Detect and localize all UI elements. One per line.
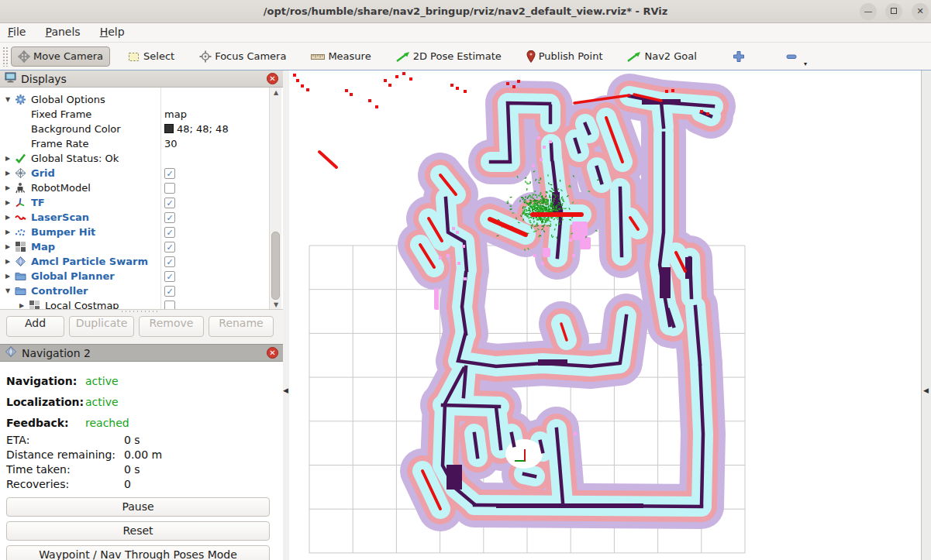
restore-icon	[891, 8, 897, 14]
display-row-global-planner[interactable]: ▶ Global Planner ✓	[0, 269, 267, 283]
global-planner-checkbox[interactable]: ✓	[164, 271, 175, 282]
status-value: active	[85, 396, 119, 408]
bumper-hit-checkbox[interactable]: ✓	[164, 227, 175, 238]
property-row-frame-rate[interactable]: Frame Rate 30	[0, 136, 267, 151]
display-row-robotmodel[interactable]: ▶ RobotModel	[0, 180, 267, 195]
property-row-background-color[interactable]: Background Color 48; 48; 48	[0, 122, 267, 136]
minus-icon	[785, 50, 798, 63]
nav2-close-button[interactable]: ✕	[267, 347, 278, 359]
tool-2d-pose-estimate[interactable]: 2D Pose Estimate	[389, 46, 509, 67]
plus-icon	[733, 50, 745, 63]
rename-button[interactable]: Rename	[209, 316, 274, 337]
expander-icon[interactable]: ▶	[3, 184, 12, 191]
add-button[interactable]: Add	[6, 316, 64, 337]
window-title: /opt/ros/humble/share/nav2_bringup/rviz/…	[0, 0, 931, 23]
tool-move-camera[interactable]: Move Camera	[11, 46, 110, 67]
expander-icon[interactable]: ▶	[3, 170, 12, 177]
display-row-local-costmap[interactable]: ▶ Local Costmap	[0, 298, 267, 310]
3d-viewport[interactable]	[289, 70, 921, 560]
costmap-view	[289, 70, 921, 560]
scroll-down-icon[interactable]: ▼	[270, 301, 282, 308]
nav-status-row: Localization:active	[6, 396, 84, 408]
tool-nav2-goal[interactable]: Nav2 Goal	[620, 46, 703, 67]
panel-resize-handle[interactable]	[120, 310, 159, 313]
displays-close-button[interactable]: ✕	[267, 73, 278, 84]
local-costmap-checkbox[interactable]	[164, 301, 175, 311]
display-row-global-status[interactable]: ▶ Global Status: Ok	[0, 151, 267, 166]
waypoint-mode-button[interactable]: Waypoint / Nav Through Poses Mode	[6, 545, 270, 560]
expander-icon[interactable]: ▶	[3, 155, 12, 162]
folder-icon	[15, 270, 26, 282]
tool-select[interactable]: Select	[121, 46, 181, 67]
robot-icon	[15, 182, 26, 194]
nav-status-row: Feedback:reached	[6, 417, 69, 429]
menu-bar: File Panels Help	[0, 23, 931, 43]
expander-icon[interactable]: ▶	[17, 302, 26, 309]
measure-icon	[311, 52, 325, 61]
collapse-right-icon[interactable]: ◀	[923, 387, 929, 394]
display-row-laserscan[interactable]: ▶ LaserScan ✓	[0, 210, 267, 225]
scroll-up-icon[interactable]: ▲	[270, 89, 282, 96]
display-row-map[interactable]: ▶ Map ✓	[0, 239, 267, 254]
menu-help[interactable]: Help	[92, 23, 133, 40]
maximize-button[interactable]	[885, 3, 902, 20]
publish-point-pin-icon	[526, 50, 536, 63]
display-row-global-options[interactable]: ▼ Global Options	[0, 92, 267, 107]
minimize-button[interactable]: —	[860, 3, 877, 20]
close-button[interactable]: ✕	[912, 3, 929, 20]
expander-icon[interactable]: ▶	[3, 199, 12, 206]
display-row-bumper-hit[interactable]: ▶ Bumper Hit ✓	[0, 225, 267, 239]
grid-checkbox[interactable]: ✓	[164, 168, 175, 179]
amcl-diamond-icon	[15, 256, 26, 267]
controller-checkbox[interactable]: ✓	[164, 286, 175, 297]
expander-icon[interactable]: ▼	[3, 96, 12, 103]
remove-tool-button[interactable]: ▾	[777, 46, 806, 67]
display-row-controller[interactable]: ▼ Controller ✓	[0, 283, 267, 298]
menu-panels[interactable]: Panels	[38, 23, 88, 40]
expander-icon[interactable]: ▶	[3, 243, 12, 250]
left-splitter[interactable]: ◀	[283, 70, 289, 560]
toolbar: Move Camera Select Focus Camera Measure …	[0, 43, 931, 70]
add-tool-button[interactable]	[724, 46, 753, 67]
menu-file[interactable]: File	[0, 23, 33, 40]
map-checkbox[interactable]: ✓	[164, 242, 175, 253]
tool-focus-camera[interactable]: Focus Camera	[192, 46, 293, 67]
collapse-left-icon[interactable]: ◀	[283, 387, 288, 394]
displays-tree: ▼ Global Options Fixed Frame map Backgro…	[0, 88, 283, 310]
reset-button[interactable]: Reset	[6, 521, 270, 541]
tf-checkbox[interactable]: ✓	[164, 198, 175, 208]
robotmodel-checkbox[interactable]	[164, 183, 175, 194]
displays-panel-title: Displays	[21, 73, 262, 85]
toolbar-drag-handle[interactable]	[2, 46, 8, 67]
displays-button-row: Add Duplicate Remove Rename	[0, 310, 283, 344]
nav-stat-row: ETA:0 s	[6, 434, 29, 446]
map-display-icon	[15, 241, 26, 253]
expander-icon[interactable]: ▶	[3, 258, 12, 265]
laserscan-checkbox[interactable]: ✓	[164, 212, 175, 223]
property-row-fixed-frame[interactable]: Fixed Frame map	[0, 107, 267, 122]
title-bar[interactable]: /opt/ros/humble/share/nav2_bringup/rviz/…	[0, 0, 931, 23]
select-icon	[128, 50, 140, 63]
nav-stat-row: Distance remaining:0.00 m	[6, 448, 116, 461]
expander-icon[interactable]: ▶	[3, 273, 12, 280]
display-row-amcl-particle-swarm[interactable]: ▶ Amcl Particle Swarm ✓	[0, 254, 267, 269]
scrollbar-thumb[interactable]	[271, 232, 280, 300]
right-splitter[interactable]: ◀	[921, 70, 931, 560]
expander-icon[interactable]: ▼	[3, 287, 12, 294]
remove-button[interactable]: Remove	[139, 316, 204, 337]
amcl-checkbox[interactable]: ✓	[164, 256, 175, 267]
displays-panel-header[interactable]: Displays ✕	[0, 70, 283, 88]
nav2-goal-arrow-icon	[627, 50, 641, 63]
nav2-panel-header[interactable]: Navigation 2 ✕	[0, 344, 283, 362]
pause-button[interactable]: Pause	[6, 497, 270, 517]
duplicate-button[interactable]: Duplicate	[69, 316, 134, 337]
tool-measure[interactable]: Measure	[304, 46, 378, 66]
expander-icon[interactable]: ▶	[3, 214, 12, 221]
display-row-grid[interactable]: ▶ Grid ✓	[0, 166, 267, 180]
tool-publish-point[interactable]: Publish Point	[519, 46, 610, 67]
display-row-tf[interactable]: ▶ TF ✓	[0, 195, 267, 210]
grid-display-icon	[15, 167, 26, 179]
check-ok-icon	[15, 153, 26, 164]
expander-icon[interactable]: ▶	[3, 228, 12, 235]
tree-scrollbar[interactable]: ▲ ▼	[269, 88, 281, 310]
